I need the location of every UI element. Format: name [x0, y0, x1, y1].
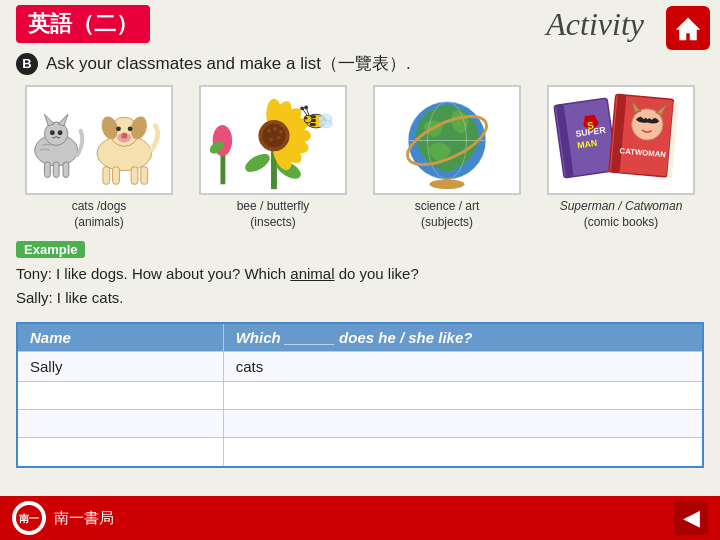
example-line2: Sally: I like cats. [16, 289, 124, 306]
image-item-bee: bee / butterfly (insects) [190, 85, 356, 230]
image-item-science: science / art (subjects) [364, 85, 530, 230]
svg-marker-4 [58, 114, 68, 126]
svg-point-11 [116, 126, 121, 131]
header: 英語（二） Activity [0, 0, 720, 48]
svg-point-39 [269, 137, 273, 141]
svg-rect-21 [63, 161, 69, 177]
home-button[interactable] [666, 6, 710, 50]
table-cell-name [18, 382, 223, 410]
table-cell-answer: cats [223, 352, 702, 382]
svg-marker-0 [676, 18, 701, 41]
col-answer-header: Which ______ does he / she like? [223, 324, 702, 352]
svg-rect-18 [141, 166, 148, 184]
table-row [18, 382, 702, 410]
svg-rect-60 [443, 178, 451, 186]
svg-rect-46 [310, 122, 316, 125]
svg-point-23 [242, 150, 272, 175]
svg-point-52 [300, 106, 304, 110]
cats-dogs-illustration [27, 87, 171, 194]
svg-text:南一: 南一 [19, 513, 39, 524]
title-chinese: 英語（二） [16, 5, 150, 43]
svg-rect-19 [45, 161, 51, 177]
publisher-icon: 南一 [15, 504, 43, 532]
svg-rect-16 [113, 166, 120, 184]
image-label-bee: bee / butterfly (insects) [237, 199, 310, 230]
image-box-superman: SUPER MAN S CATWOMAN [547, 85, 695, 195]
table-header: Name Which ______ does he / she like? [18, 324, 702, 352]
nav-back-button[interactable]: ◀ [674, 501, 708, 535]
example-line1-underline: animal [290, 265, 334, 282]
publisher-name: 南一書局 [54, 509, 114, 528]
svg-rect-20 [53, 161, 59, 177]
table-cell-name: Sally [18, 352, 223, 382]
table-body: Sallycats [18, 352, 702, 466]
example-line1-post: do you like? [335, 265, 419, 282]
svg-point-36 [273, 126, 277, 130]
instruction-row: B Ask your classmates and make a list（一覽… [0, 48, 720, 81]
table-cell-name [18, 410, 223, 438]
nav-arrow-icon: ◀ [683, 505, 700, 531]
svg-point-14 [121, 132, 127, 138]
bee-illustration [201, 87, 345, 194]
table-cell-answer [223, 438, 702, 466]
bottom-bar: 南一 南一書局 ◀ [0, 496, 720, 540]
svg-point-6 [58, 130, 63, 135]
example-section: Example Tony: I like dogs. How about you… [0, 234, 720, 314]
example-line1-pre: Tony: I like dogs. How about you? Which [16, 265, 290, 282]
science-illustration [375, 87, 519, 194]
image-item-superman: SUPER MAN S CATWOMAN [538, 85, 704, 230]
svg-point-12 [128, 126, 133, 131]
home-icon [674, 14, 702, 42]
image-label-cats-dogs: cats /dogs (animals) [72, 199, 127, 230]
image-label-science: science / art (subjects) [415, 199, 480, 230]
classmates-table: Name Which ______ does he / she like? Sa… [16, 322, 704, 468]
table-row [18, 410, 702, 438]
table-row: Sallycats [18, 352, 702, 382]
instruction-text: Ask your classmates and make a list（一覽表）… [46, 52, 411, 75]
image-label-superman: Superman / Catwoman (comic books) [560, 199, 683, 230]
svg-point-48 [319, 120, 333, 128]
col-name-header: Name [18, 324, 223, 352]
superman-illustration: SUPER MAN S CATWOMAN [549, 87, 693, 194]
table-cell-name [18, 438, 223, 466]
image-box-science [373, 85, 521, 195]
publisher-emblem: 南一 [12, 501, 46, 535]
svg-rect-17 [131, 166, 138, 184]
table-cell-answer [223, 382, 702, 410]
svg-point-38 [277, 135, 281, 139]
data-table: Name Which ______ does he / she like? Sa… [18, 324, 702, 466]
svg-rect-15 [103, 166, 110, 184]
example-text: Tony: I like dogs. How about you? Which … [16, 262, 704, 310]
table-header-row: Name Which ______ does he / she like? [18, 324, 702, 352]
svg-point-35 [267, 128, 271, 132]
image-box-cats-dogs [25, 85, 173, 195]
svg-marker-3 [45, 114, 55, 126]
image-item-cats-dogs: cats /dogs (animals) [16, 85, 182, 230]
images-row: cats /dogs (animals) [0, 81, 720, 234]
svg-point-37 [279, 129, 283, 133]
bullet-b: B [16, 53, 38, 75]
table-cell-answer [223, 410, 702, 438]
table-row [18, 438, 702, 466]
example-badge: Example [16, 241, 85, 258]
image-box-bee [199, 85, 347, 195]
publisher-logo: 南一 南一書局 [12, 501, 114, 535]
svg-point-5 [50, 130, 55, 135]
svg-point-54 [304, 105, 308, 109]
svg-point-50 [305, 116, 308, 119]
